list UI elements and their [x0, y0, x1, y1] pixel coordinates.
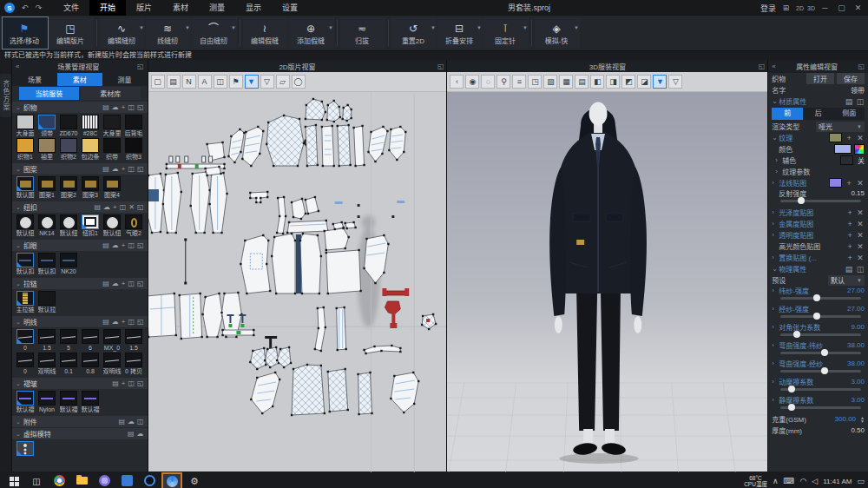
material-thumb[interactable]: [16, 253, 34, 267]
lasso-tool-icon[interactable]: ◯: [292, 75, 306, 89]
expand-icon[interactable]: ›: [772, 341, 776, 349]
preset-dropdown[interactable]: 默认▼: [828, 275, 865, 286]
section-header-5[interactable]: ⌄明线▤☁+◫◱: [12, 316, 148, 327]
chevron-down-icon[interactable]: ▼: [185, 25, 190, 30]
material-item[interactable]: 织物2: [58, 138, 79, 161]
menu-item-1[interactable]: 开始: [89, 0, 126, 16]
maximize-button[interactable]: ▢: [835, 0, 848, 16]
material-thumb[interactable]: [103, 353, 121, 367]
material-thumb[interactable]: [16, 115, 34, 129]
material-item[interactable]: 默认褶: [58, 391, 79, 413]
expand-icon[interactable]: ◱: [137, 280, 144, 287]
material-thumb[interactable]: [16, 391, 34, 406]
cpu-temp-widget[interactable]: 68°CCPU温度: [744, 475, 767, 487]
material-thumb[interactable]: [38, 291, 56, 306]
material-item[interactable]: 织物1: [15, 138, 36, 161]
app-logo-icon[interactable]: S: [4, 3, 15, 13]
material-thumb[interactable]: [125, 115, 142, 129]
cloud-icon[interactable]: ☁: [128, 418, 135, 425]
material-item[interactable]: Nylon: [36, 391, 57, 413]
colorway-panel-tab[interactable]: 齐色方案: [0, 74, 11, 117]
material-item[interactable]: NK14: [36, 214, 57, 237]
material-item[interactable]: 气眼2: [123, 214, 144, 237]
plus-icon[interactable]: +: [845, 242, 854, 251]
material-item[interactable]: MX_0: [102, 329, 122, 352]
redo-icon[interactable]: ↷: [32, 0, 45, 16]
taskbar-app-3[interactable]: [139, 472, 160, 488]
reflect-value[interactable]: 0.15: [851, 189, 865, 197]
menu-item-0[interactable]: 文件: [53, 0, 89, 16]
material-item[interactable]: 默认拉: [36, 291, 57, 313]
slider-track[interactable]: [780, 370, 861, 373]
section-header-3[interactable]: ⌄扣眼▤☁+◫◱: [12, 240, 148, 251]
stamp-tool-icon[interactable]: ▤: [167, 75, 181, 89]
cloth-tool-2-icon[interactable]: ◨: [606, 75, 620, 89]
menu-item-5[interactable]: 显示: [235, 0, 272, 16]
material-item[interactable]: 0.1: [58, 353, 79, 375]
ribbon-button-0[interactable]: ⚑选择/移动: [3, 17, 48, 49]
ribbon-button-6[interactable]: ⊕添加假缝▼: [289, 17, 334, 49]
pattern-piece[interactable]: [179, 293, 201, 339]
cloud-icon[interactable]: ☁: [112, 165, 119, 173]
material-thumb[interactable]: [60, 253, 77, 267]
material-thumb[interactable]: [82, 115, 99, 129]
pattern-piece[interactable]: [292, 199, 306, 219]
cloud-icon[interactable]: ☁: [112, 103, 119, 111]
section-header-8[interactable]: ⌄虚拟模特▤☁: [12, 428, 148, 439]
slider-handle[interactable]: [798, 197, 805, 204]
expand-icon[interactable]: ›: [775, 156, 779, 164]
show-garment-tool-icon[interactable]: ▼: [245, 75, 259, 89]
pattern-piece[interactable]: [337, 125, 350, 166]
pattern-piece[interactable]: [190, 172, 209, 233]
cloud-icon[interactable]: ☁: [112, 318, 119, 326]
pattern-piece[interactable]: [389, 127, 405, 160]
plus-icon[interactable]: +: [122, 379, 126, 387]
cloud-icon[interactable]: ☁: [112, 280, 119, 287]
face-tab-2[interactable]: 侧面: [833, 108, 865, 120]
hide-garment-tool-icon[interactable]: ▽: [260, 75, 274, 89]
material-item[interactable]: 织带: [102, 138, 122, 161]
material-item[interactable]: 0.8: [80, 353, 101, 375]
pattern-piece[interactable]: [205, 167, 220, 175]
copy-icon[interactable]: ◫: [128, 318, 135, 326]
material-item[interactable]: 大身里: [102, 115, 122, 137]
material-item[interactable]: 5: [58, 329, 79, 352]
material-thumb[interactable]: [125, 353, 142, 367]
slider-value[interactable]: 27.00: [847, 305, 865, 313]
expand-icon[interactable]: ›: [772, 220, 776, 228]
pattern-piece[interactable]: [364, 346, 400, 353]
slider-track[interactable]: [780, 352, 861, 354]
slider-handle[interactable]: [821, 367, 828, 374]
material-thumb[interactable]: [38, 138, 56, 153]
save-physics-icon[interactable]: ◫: [856, 265, 865, 274]
copy-icon[interactable]: ◫: [128, 379, 135, 387]
cloth-tool-1-icon[interactable]: ◧: [590, 75, 604, 89]
material-thumb[interactable]: [82, 353, 99, 367]
material-thumb[interactable]: [125, 214, 142, 229]
expand-icon[interactable]: ◱: [137, 165, 144, 173]
volume-muted-icon[interactable]: ◁: [812, 477, 818, 485]
copy-icon[interactable]: ◫: [120, 203, 127, 211]
material-item[interactable]: 纽扣1: [80, 214, 101, 237]
ribbon-button-7[interactable]: ≂归拔: [340, 17, 385, 49]
chevron-down-icon[interactable]: ▼: [523, 25, 528, 30]
ribbon-button-11[interactable]: ◈模拟-快▼: [535, 17, 580, 49]
material-thumb[interactable]: [16, 214, 34, 229]
tab-2[interactable]: 测量: [102, 73, 148, 86]
plus-icon[interactable]: +: [845, 220, 854, 228]
toggle-3d-button[interactable]: 3D: [807, 5, 815, 11]
trash-icon[interactable]: ✕: [856, 220, 865, 228]
render-type-dropdown[interactable]: 哑光▼: [816, 122, 865, 132]
pattern-piece[interactable]: [292, 365, 325, 415]
ribbon-button-9[interactable]: ⊟折叠安排▼: [437, 17, 483, 49]
trash-icon[interactable]: ✕: [128, 203, 135, 211]
copy-icon[interactable]: ◫: [128, 165, 135, 173]
float-panel-icon[interactable]: ◱: [137, 63, 144, 70]
save-material-icon[interactable]: ◫: [856, 97, 865, 106]
ribbon-button-8[interactable]: ↺重置2D▼: [391, 17, 437, 49]
pattern-piece[interactable]: [277, 197, 286, 234]
material-item[interactable]: 0: [15, 353, 36, 375]
section-header-6[interactable]: ⌄褶皱▤+◫◱: [12, 378, 148, 389]
close-button[interactable]: ✕: [852, 0, 865, 16]
material-item[interactable]: 图案4: [102, 176, 122, 199]
